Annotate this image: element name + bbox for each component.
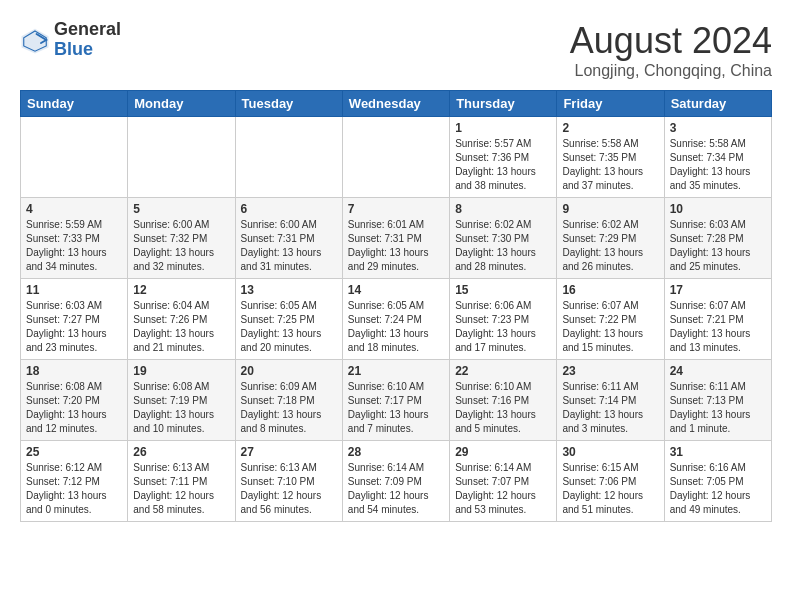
day-info: Sunrise: 6:16 AM Sunset: 7:05 PM Dayligh… xyxy=(670,461,766,517)
day-number: 18 xyxy=(26,364,122,378)
day-number: 7 xyxy=(348,202,444,216)
day-info: Sunrise: 6:12 AM Sunset: 7:12 PM Dayligh… xyxy=(26,461,122,517)
calendar-cell: 13Sunrise: 6:05 AM Sunset: 7:25 PM Dayli… xyxy=(235,279,342,360)
day-number: 17 xyxy=(670,283,766,297)
calendar-table: SundayMondayTuesdayWednesdayThursdayFrid… xyxy=(20,90,772,522)
calendar-cell: 2Sunrise: 5:58 AM Sunset: 7:35 PM Daylig… xyxy=(557,117,664,198)
day-info: Sunrise: 6:02 AM Sunset: 7:29 PM Dayligh… xyxy=(562,218,658,274)
day-number: 16 xyxy=(562,283,658,297)
day-number: 13 xyxy=(241,283,337,297)
day-info: Sunrise: 5:58 AM Sunset: 7:35 PM Dayligh… xyxy=(562,137,658,193)
logo: General Blue xyxy=(20,20,121,60)
calendar-cell: 25Sunrise: 6:12 AM Sunset: 7:12 PM Dayli… xyxy=(21,441,128,522)
day-number: 3 xyxy=(670,121,766,135)
day-info: Sunrise: 6:04 AM Sunset: 7:26 PM Dayligh… xyxy=(133,299,229,355)
calendar-day-header: Friday xyxy=(557,91,664,117)
logo-icon xyxy=(20,25,50,55)
day-number: 4 xyxy=(26,202,122,216)
day-number: 1 xyxy=(455,121,551,135)
calendar-week-row: 18Sunrise: 6:08 AM Sunset: 7:20 PM Dayli… xyxy=(21,360,772,441)
day-number: 5 xyxy=(133,202,229,216)
day-number: 14 xyxy=(348,283,444,297)
page-header: General Blue August 2024 Longjing, Chong… xyxy=(20,20,772,80)
day-info: Sunrise: 6:07 AM Sunset: 7:22 PM Dayligh… xyxy=(562,299,658,355)
day-number: 12 xyxy=(133,283,229,297)
logo-text: General Blue xyxy=(54,20,121,60)
calendar-cell: 10Sunrise: 6:03 AM Sunset: 7:28 PM Dayli… xyxy=(664,198,771,279)
calendar-cell: 19Sunrise: 6:08 AM Sunset: 7:19 PM Dayli… xyxy=(128,360,235,441)
title-area: August 2024 Longjing, Chongqing, China xyxy=(570,20,772,80)
calendar-cell: 27Sunrise: 6:13 AM Sunset: 7:10 PM Dayli… xyxy=(235,441,342,522)
day-info: Sunrise: 6:05 AM Sunset: 7:25 PM Dayligh… xyxy=(241,299,337,355)
calendar-week-row: 1Sunrise: 5:57 AM Sunset: 7:36 PM Daylig… xyxy=(21,117,772,198)
day-number: 27 xyxy=(241,445,337,459)
day-info: Sunrise: 6:03 AM Sunset: 7:27 PM Dayligh… xyxy=(26,299,122,355)
day-info: Sunrise: 6:08 AM Sunset: 7:20 PM Dayligh… xyxy=(26,380,122,436)
calendar-cell: 11Sunrise: 6:03 AM Sunset: 7:27 PM Dayli… xyxy=(21,279,128,360)
calendar-header-row: SundayMondayTuesdayWednesdayThursdayFrid… xyxy=(21,91,772,117)
calendar-day-header: Saturday xyxy=(664,91,771,117)
day-number: 10 xyxy=(670,202,766,216)
day-number: 30 xyxy=(562,445,658,459)
calendar-cell: 20Sunrise: 6:09 AM Sunset: 7:18 PM Dayli… xyxy=(235,360,342,441)
calendar-cell: 18Sunrise: 6:08 AM Sunset: 7:20 PM Dayli… xyxy=(21,360,128,441)
calendar-cell: 21Sunrise: 6:10 AM Sunset: 7:17 PM Dayli… xyxy=(342,360,449,441)
calendar-cell: 29Sunrise: 6:14 AM Sunset: 7:07 PM Dayli… xyxy=(450,441,557,522)
calendar-day-header: Thursday xyxy=(450,91,557,117)
logo-general-text: General xyxy=(54,20,121,40)
calendar-day-header: Sunday xyxy=(21,91,128,117)
day-number: 19 xyxy=(133,364,229,378)
calendar-cell: 17Sunrise: 6:07 AM Sunset: 7:21 PM Dayli… xyxy=(664,279,771,360)
day-info: Sunrise: 6:05 AM Sunset: 7:24 PM Dayligh… xyxy=(348,299,444,355)
day-number: 24 xyxy=(670,364,766,378)
calendar-cell: 28Sunrise: 6:14 AM Sunset: 7:09 PM Dayli… xyxy=(342,441,449,522)
calendar-cell: 22Sunrise: 6:10 AM Sunset: 7:16 PM Dayli… xyxy=(450,360,557,441)
calendar-day-header: Monday xyxy=(128,91,235,117)
calendar-cell: 30Sunrise: 6:15 AM Sunset: 7:06 PM Dayli… xyxy=(557,441,664,522)
calendar-cell: 24Sunrise: 6:11 AM Sunset: 7:13 PM Dayli… xyxy=(664,360,771,441)
day-info: Sunrise: 6:11 AM Sunset: 7:14 PM Dayligh… xyxy=(562,380,658,436)
calendar-cell: 5Sunrise: 6:00 AM Sunset: 7:32 PM Daylig… xyxy=(128,198,235,279)
day-number: 9 xyxy=(562,202,658,216)
day-info: Sunrise: 6:07 AM Sunset: 7:21 PM Dayligh… xyxy=(670,299,766,355)
day-info: Sunrise: 6:15 AM Sunset: 7:06 PM Dayligh… xyxy=(562,461,658,517)
calendar-cell: 16Sunrise: 6:07 AM Sunset: 7:22 PM Dayli… xyxy=(557,279,664,360)
calendar-cell: 1Sunrise: 5:57 AM Sunset: 7:36 PM Daylig… xyxy=(450,117,557,198)
day-number: 28 xyxy=(348,445,444,459)
day-info: Sunrise: 6:03 AM Sunset: 7:28 PM Dayligh… xyxy=(670,218,766,274)
main-title: August 2024 xyxy=(570,20,772,62)
day-info: Sunrise: 6:13 AM Sunset: 7:11 PM Dayligh… xyxy=(133,461,229,517)
day-number: 31 xyxy=(670,445,766,459)
day-number: 26 xyxy=(133,445,229,459)
day-number: 29 xyxy=(455,445,551,459)
calendar-cell: 9Sunrise: 6:02 AM Sunset: 7:29 PM Daylig… xyxy=(557,198,664,279)
calendar-cell: 7Sunrise: 6:01 AM Sunset: 7:31 PM Daylig… xyxy=(342,198,449,279)
day-number: 11 xyxy=(26,283,122,297)
calendar-cell: 3Sunrise: 5:58 AM Sunset: 7:34 PM Daylig… xyxy=(664,117,771,198)
calendar-cell: 12Sunrise: 6:04 AM Sunset: 7:26 PM Dayli… xyxy=(128,279,235,360)
day-number: 8 xyxy=(455,202,551,216)
day-number: 2 xyxy=(562,121,658,135)
calendar-week-row: 11Sunrise: 6:03 AM Sunset: 7:27 PM Dayli… xyxy=(21,279,772,360)
day-info: Sunrise: 6:11 AM Sunset: 7:13 PM Dayligh… xyxy=(670,380,766,436)
day-info: Sunrise: 6:02 AM Sunset: 7:30 PM Dayligh… xyxy=(455,218,551,274)
calendar-day-header: Wednesday xyxy=(342,91,449,117)
calendar-cell xyxy=(128,117,235,198)
calendar-cell: 23Sunrise: 6:11 AM Sunset: 7:14 PM Dayli… xyxy=(557,360,664,441)
calendar-week-row: 25Sunrise: 6:12 AM Sunset: 7:12 PM Dayli… xyxy=(21,441,772,522)
calendar-cell: 4Sunrise: 5:59 AM Sunset: 7:33 PM Daylig… xyxy=(21,198,128,279)
day-number: 21 xyxy=(348,364,444,378)
day-info: Sunrise: 6:00 AM Sunset: 7:32 PM Dayligh… xyxy=(133,218,229,274)
logo-blue-text: Blue xyxy=(54,40,121,60)
day-info: Sunrise: 6:13 AM Sunset: 7:10 PM Dayligh… xyxy=(241,461,337,517)
day-info: Sunrise: 6:01 AM Sunset: 7:31 PM Dayligh… xyxy=(348,218,444,274)
calendar-day-header: Tuesday xyxy=(235,91,342,117)
day-number: 22 xyxy=(455,364,551,378)
calendar-cell: 26Sunrise: 6:13 AM Sunset: 7:11 PM Dayli… xyxy=(128,441,235,522)
day-info: Sunrise: 6:14 AM Sunset: 7:07 PM Dayligh… xyxy=(455,461,551,517)
day-info: Sunrise: 6:10 AM Sunset: 7:17 PM Dayligh… xyxy=(348,380,444,436)
calendar-cell xyxy=(21,117,128,198)
day-number: 20 xyxy=(241,364,337,378)
calendar-cell: 6Sunrise: 6:00 AM Sunset: 7:31 PM Daylig… xyxy=(235,198,342,279)
day-info: Sunrise: 6:10 AM Sunset: 7:16 PM Dayligh… xyxy=(455,380,551,436)
